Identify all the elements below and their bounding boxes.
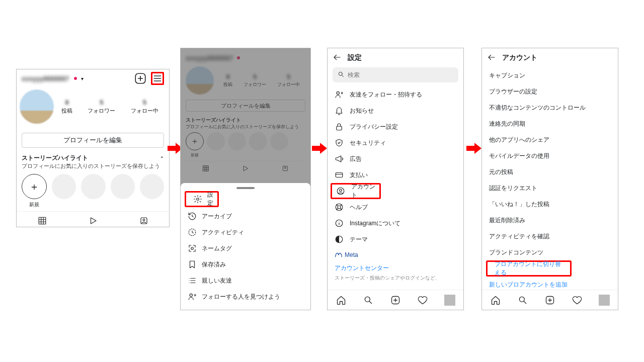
- nav-profile[interactable]: [591, 290, 618, 310]
- nav-search[interactable]: [355, 290, 382, 310]
- svg-point-9: [197, 198, 199, 201]
- tab-grid[interactable]: [17, 212, 67, 227]
- nametag-icon: [188, 244, 197, 253]
- menu-sheet: 設定 アーカイブ アクティビティ ネームタグ 保存済み 親しい友達 フォローする…: [181, 183, 310, 310]
- story-highlights-sub: プロフィールにお気に入りのストーリーズを保存しよう: [17, 162, 169, 172]
- bottom-nav: [482, 290, 618, 310]
- settings-notifications[interactable]: お知らせ: [328, 103, 463, 119]
- meta-subtext: ストーリーズ・投稿のシェアやログインなど、: [328, 274, 463, 282]
- settings-payments[interactable]: 支払い: [328, 167, 463, 183]
- switch-pro-account[interactable]: プロアカウントに切り替える: [486, 260, 572, 277]
- avatar[interactable]: [20, 89, 54, 124]
- theme-icon: [335, 235, 344, 244]
- account-recently-deleted[interactable]: 最近削除済み: [482, 212, 618, 228]
- account-request-verify[interactable]: 認証をリクエスト: [482, 180, 618, 196]
- story-placeholder: [111, 174, 135, 199]
- person-plus-icon: [188, 292, 197, 301]
- account-brand-content[interactable]: ブランドコンテンツ: [482, 244, 618, 260]
- person-plus-icon: [335, 90, 344, 99]
- menu-activity[interactable]: アクティビティ: [181, 224, 310, 240]
- settings-security[interactable]: セキュリティ: [328, 135, 463, 151]
- plus-icon: ＋: [29, 180, 39, 194]
- flow-arrow: [312, 142, 327, 154]
- stat-posts[interactable]: 8投稿: [61, 99, 72, 115]
- nav-home[interactable]: [328, 290, 355, 310]
- tab-tagged[interactable]: [118, 212, 169, 227]
- menu-nametag[interactable]: ネームタグ: [181, 240, 310, 256]
- settings-theme[interactable]: テーマ: [328, 231, 463, 247]
- settings-privacy[interactable]: プライバシー設定: [328, 119, 463, 135]
- hamburger-menu-icon[interactable]: [151, 72, 164, 85]
- account-check-activity[interactable]: アクティビティを確認: [482, 228, 618, 244]
- account-caption[interactable]: キャプション: [482, 67, 618, 83]
- story-placeholder: [52, 174, 76, 199]
- menu-discover-people[interactable]: フォローする人を見つけよう: [181, 289, 310, 305]
- account-icon: [336, 187, 345, 196]
- back-icon[interactable]: [333, 53, 342, 63]
- story-new[interactable]: ＋ 新規: [22, 174, 47, 208]
- svg-rect-16: [336, 173, 343, 177]
- story-highlights-header[interactable]: ストーリーズハイライト ⌃: [17, 151, 169, 162]
- search-icon: [338, 71, 345, 79]
- username[interactable]: xxxyyy8888887: [22, 75, 69, 82]
- bookmark-icon: [188, 260, 197, 269]
- bottom-nav: [328, 290, 463, 310]
- account-center-link[interactable]: アカウントセンター: [328, 259, 463, 274]
- card-icon: [335, 170, 344, 179]
- menu-sheet-screen: xxxyyy8888887 8投稿 5フォロワー 5フォロー中 プロフィールを編…: [180, 48, 311, 310]
- add-post-icon[interactable]: [134, 72, 147, 85]
- tab-reels[interactable]: [67, 212, 118, 227]
- shield-icon: [335, 138, 344, 147]
- menu-saved[interactable]: 保存済み: [181, 256, 310, 273]
- settings-ads[interactable]: 広告: [328, 151, 463, 167]
- search-input[interactable]: 検索: [333, 67, 458, 82]
- nav-profile[interactable]: [436, 290, 463, 310]
- nav-search[interactable]: [509, 290, 536, 310]
- sheet-handle[interactable]: [236, 187, 255, 189]
- menu-settings[interactable]: 設定: [185, 191, 219, 207]
- page-title: アカウント: [502, 53, 537, 62]
- nav-add[interactable]: [536, 290, 564, 310]
- profile-tabs: [17, 211, 169, 227]
- account-mobile-data[interactable]: モバイルデータの使用: [482, 148, 618, 164]
- svg-point-18: [340, 189, 342, 192]
- dimmed-profile-background: xxxyyy8888887 8投稿 5フォロワー 5フォロー中 プロフィールを編…: [181, 48, 310, 189]
- gear-icon: [193, 195, 202, 204]
- nav-activity[interactable]: [564, 290, 591, 310]
- back-icon[interactable]: [487, 53, 496, 63]
- story-highlights-row: ＋ 新規: [17, 172, 169, 208]
- settings-about[interactable]: Instagramについて: [328, 215, 463, 231]
- notification-dot: [74, 77, 77, 80]
- svg-point-20: [338, 206, 341, 209]
- svg-point-11: [191, 247, 194, 250]
- nav-activity[interactable]: [409, 290, 436, 310]
- settings-account[interactable]: アカウント: [331, 183, 381, 199]
- account-contacts-sync[interactable]: 連絡先の同期: [482, 116, 618, 132]
- svg-marker-2: [91, 218, 96, 224]
- account-share-other[interactable]: 他のアプリへのシェア: [482, 132, 618, 148]
- account-header: アカウント: [482, 48, 618, 67]
- account-liked-posts[interactable]: 「いいね！」した投稿: [482, 196, 618, 212]
- page-title: 設定: [348, 53, 362, 62]
- menu-archive[interactable]: アーカイブ: [181, 208, 310, 224]
- story-placeholder: [140, 174, 164, 199]
- nav-home[interactable]: [482, 290, 509, 310]
- profile-screen: xxxyyy8888887 ▾ 8投稿 5フォロワー 5フォロー中 プロフィール…: [16, 69, 170, 227]
- activity-icon: [188, 228, 197, 237]
- chevron-down-icon[interactable]: ▾: [81, 76, 84, 81]
- stat-followers[interactable]: 5フォロワー: [88, 99, 115, 115]
- menu-close-friends[interactable]: 親しい友達: [181, 273, 310, 289]
- nav-add[interactable]: [382, 290, 409, 310]
- stat-following[interactable]: 5フォロー中: [131, 99, 158, 115]
- edit-profile-button[interactable]: プロフィールを編集: [22, 133, 164, 148]
- account-inappropriate[interactable]: 不適切なコンテンツのコントロール: [482, 100, 618, 116]
- settings-follow-invite[interactable]: 友達をフォロー・招待する: [328, 86, 463, 103]
- account-screen: アカウント キャプション ブラウザーの設定 不適切なコンテンツのコントロール 連…: [481, 48, 618, 310]
- history-icon: [188, 212, 197, 221]
- settings-help[interactable]: ヘルプ: [328, 199, 463, 215]
- megaphone-icon: [335, 154, 344, 163]
- svg-rect-15: [337, 126, 342, 130]
- list-icon: [188, 276, 197, 285]
- account-original-posts[interactable]: 元の投稿: [482, 164, 618, 180]
- account-browser[interactable]: ブラウザーの設定: [482, 83, 618, 100]
